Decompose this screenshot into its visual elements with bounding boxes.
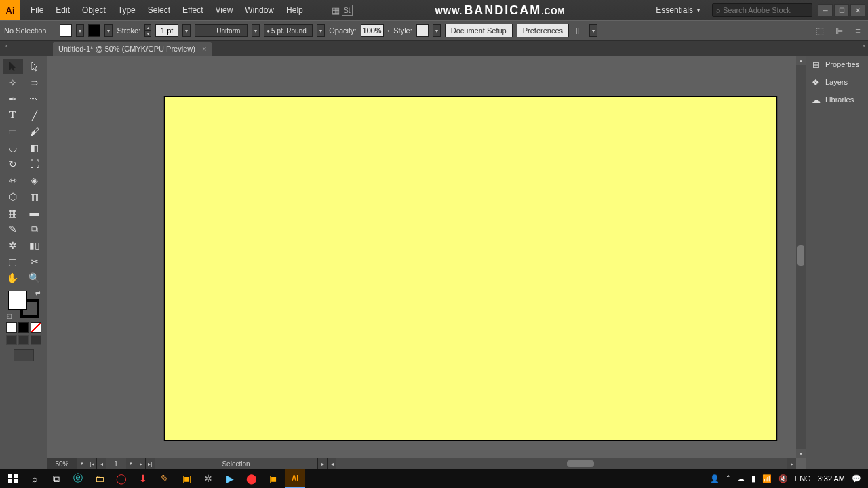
fill-dropdown[interactable]: ▾ — [76, 24, 84, 37]
rotate-tool[interactable]: ↻ — [3, 157, 23, 171]
default-fill-stroke-icon[interactable]: ◱ — [7, 313, 12, 319]
zoom-level[interactable]: 50% — [47, 458, 77, 469]
eyedropper-tool[interactable]: ✎ — [3, 222, 23, 237]
fill-stroke-control[interactable]: ⇄ ◱ — [7, 289, 41, 319]
rectangle-tool[interactable]: ▭ — [3, 124, 23, 139]
taskbar-edge[interactable]: ⓔ — [68, 469, 88, 488]
fill-swatch[interactable] — [60, 24, 72, 37]
battery-icon[interactable]: ▮ — [751, 474, 755, 483]
scroll-left-icon[interactable]: ◂ — [327, 458, 336, 469]
mesh-tool[interactable]: ▦ — [3, 205, 23, 220]
canvas[interactable]: ▴ ▾ 50% ▾ |◂ ◂ 1 ▾ ▸ ▸| Selection ▸ ◂ ▸ — [47, 56, 806, 469]
gradient-mode[interactable] — [18, 322, 29, 333]
stroke-weight-dropdown[interactable]: ▾ — [182, 24, 191, 37]
shape-builder-tool[interactable]: ⬡ — [3, 189, 23, 204]
scroll-down-icon[interactable]: ▾ — [796, 449, 806, 458]
menu-file[interactable]: File — [24, 5, 50, 15]
taskbar-explorer[interactable]: 🗀 — [90, 469, 110, 488]
align-icon[interactable]: ⊩ — [573, 24, 585, 37]
start-button[interactable] — [3, 469, 23, 488]
hand-tool[interactable]: ✋ — [3, 270, 23, 285]
menu-edit[interactable]: Edit — [50, 5, 76, 15]
stroke-swatch[interactable] — [88, 24, 100, 37]
direct-selection-tool[interactable] — [24, 59, 45, 74]
style-swatch[interactable] — [416, 24, 429, 37]
opacity-more[interactable]: › — [388, 28, 390, 34]
zoom-tool[interactable]: 🔍 — [24, 270, 45, 285]
notifications-icon[interactable]: 💬 — [852, 474, 861, 483]
free-transform-tool[interactable]: ◈ — [24, 173, 45, 188]
tray-expand-icon[interactable]: ˄ — [726, 474, 730, 483]
draw-normal[interactable] — [6, 336, 17, 345]
panel-properties[interactable]: ⊞ Properties — [806, 56, 868, 73]
stock-icon[interactable]: St — [342, 5, 353, 16]
curvature-tool[interactable]: 〰 — [24, 92, 45, 106]
magic-wand-tool[interactable]: ✧ — [3, 75, 23, 90]
menu-view[interactable]: View — [210, 5, 239, 15]
taskbar-app-red[interactable]: ⬇ — [133, 469, 153, 488]
stroke-stepper[interactable]: ▴▾ — [144, 24, 151, 37]
gradient-tool[interactable]: ▬ — [24, 205, 45, 220]
panel-layers[interactable]: ❖ Layers — [806, 73, 868, 91]
responsive-icon[interactable]: ⬚ — [814, 24, 826, 37]
type-tool[interactable]: T — [3, 108, 23, 123]
horizontal-scrollbar[interactable] — [336, 458, 787, 469]
clock[interactable]: 3:32 AM — [818, 474, 845, 483]
lasso-tool[interactable]: ⊃ — [24, 75, 45, 90]
preferences-button[interactable]: Preferences — [517, 24, 569, 37]
scroll-up-icon[interactable]: ▴ — [796, 56, 806, 65]
minimize-button[interactable]: ─ — [818, 4, 833, 16]
scale-tool[interactable]: ⛶ — [24, 157, 45, 171]
draw-behind[interactable] — [18, 336, 29, 345]
artboard-tool[interactable]: ▢ — [3, 254, 23, 269]
close-button[interactable]: ✕ — [850, 4, 865, 16]
color-mode[interactable] — [6, 322, 17, 333]
vertical-scrollbar[interactable]: ▴ ▾ — [796, 56, 806, 458]
document-setup-button[interactable]: Document Setup — [445, 24, 513, 37]
bridge-icon[interactable]: ▦ — [330, 4, 342, 16]
artboard-nav-input[interactable]: 1 — [106, 460, 126, 468]
blend-tool[interactable]: ⧉ — [24, 222, 45, 237]
menu-help[interactable]: Help — [280, 5, 309, 15]
tools-collapse-icon[interactable]: ‹‹ — [5, 43, 7, 49]
volume-icon[interactable]: 🔇 — [778, 474, 788, 483]
search-button[interactable]: ⌕ — [24, 469, 45, 488]
taskbar-sublime[interactable]: ▣ — [176, 469, 197, 488]
screen-mode[interactable] — [14, 349, 34, 361]
taskbar-app-grey[interactable]: ✲ — [198, 469, 218, 488]
eraser-tool[interactable]: ◧ — [24, 140, 45, 155]
paintbrush-tool[interactable]: 🖌 — [24, 124, 45, 139]
taskbar-app-orange[interactable]: ✎ — [155, 469, 175, 488]
none-mode[interactable] — [31, 322, 41, 333]
pen-tool[interactable]: ✒ — [3, 92, 23, 106]
next-artboard-button[interactable]: ▸ — [136, 458, 145, 469]
perspective-tool[interactable]: ▥ — [24, 189, 45, 204]
tab-close-icon[interactable]: × — [202, 45, 206, 53]
taskbar-opera[interactable]: ◯ — [111, 469, 132, 488]
onedrive-icon[interactable]: ☁ — [737, 474, 745, 483]
status-more-icon[interactable]: ▸ — [317, 458, 327, 469]
symbol-sprayer-tool[interactable]: ✲ — [3, 238, 23, 253]
taskbar-illustrator[interactable]: Ai — [285, 469, 305, 488]
scroll-right-icon[interactable]: ▸ — [787, 458, 796, 469]
language-indicator[interactable]: ENG — [795, 474, 811, 483]
zoom-dropdown[interactable]: ▾ — [77, 458, 87, 469]
taskbar-app-amber[interactable]: ▣ — [263, 469, 283, 488]
taskbar-app-play[interactable]: ▶ — [220, 469, 240, 488]
style-dropdown[interactable]: ▾ — [433, 24, 441, 37]
opacity-input[interactable]: 100% — [361, 24, 384, 37]
align-dropdown[interactable]: ▾ — [589, 24, 597, 37]
panels-collapse-icon[interactable]: ›› — [863, 43, 864, 49]
panel-menu-icon[interactable]: ≡ — [852, 24, 864, 37]
menu-select[interactable]: Select — [142, 5, 176, 15]
stroke-weight-input[interactable]: 1 pt — [155, 24, 178, 37]
wifi-icon[interactable]: 📶 — [762, 474, 772, 483]
fill-color[interactable] — [8, 291, 27, 310]
menu-effect[interactable]: Effect — [176, 5, 209, 15]
artboard-dropdown[interactable]: ▾ — [126, 458, 136, 469]
artboard[interactable] — [164, 96, 777, 441]
panel-libraries[interactable]: ☁ Libraries — [806, 91, 868, 108]
width-tool[interactable]: ⇿ — [3, 173, 23, 188]
maximize-button[interactable]: ☐ — [834, 4, 849, 16]
swap-fill-stroke-icon[interactable]: ⇄ — [35, 289, 41, 296]
